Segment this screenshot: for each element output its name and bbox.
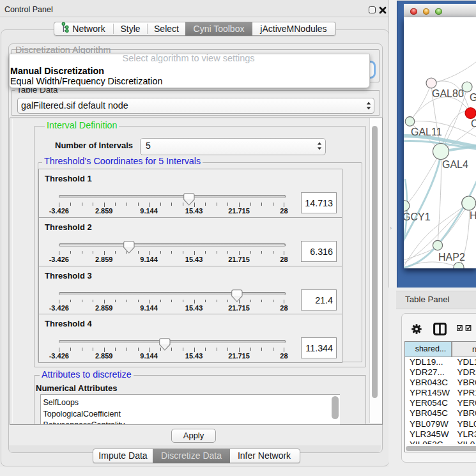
svg-text:GAL80: GAL80 [432,88,464,99]
svg-text:G.: G. [470,92,476,103]
svg-text:GCY1: GCY1 [404,211,431,222]
svg-text:C: C [471,118,476,129]
svg-text:GAL4: GAL4 [442,159,468,170]
svg-text:HAP2: HAP2 [438,252,465,263]
svg-text:H: H [470,210,476,221]
svg-text:GAL11: GAL11 [411,127,442,137]
